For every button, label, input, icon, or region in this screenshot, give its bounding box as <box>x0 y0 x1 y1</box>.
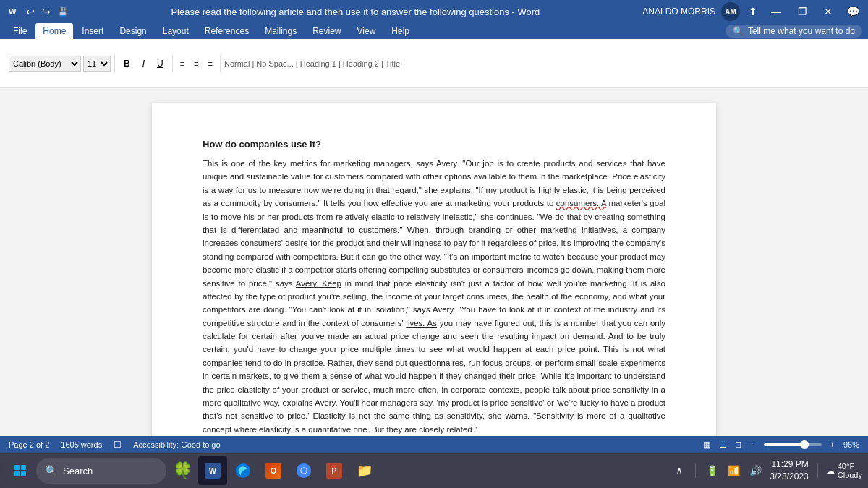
styles-label: Normal | No Spac... | Heading 1 | Headin… <box>224 59 400 68</box>
clock-time: 11:29 PM <box>770 458 808 471</box>
track-changes-icon: ☐ <box>114 440 122 450</box>
tab-design[interactable]: Design <box>112 23 153 39</box>
tab-view[interactable]: View <box>350 23 383 39</box>
taskbar-search-text: Search <box>63 466 93 476</box>
section1-paragraph: This is one of the key metrics for marke… <box>203 157 665 436</box>
align-left-button[interactable]: ≡ <box>176 57 188 70</box>
undo-redo-group: ↩ ↪ 💾 <box>23 4 68 19</box>
toolbar-divider-1 <box>114 55 115 72</box>
system-tray: ∧ 🔋 📶 🔊 11:29 PM 3/23/2023 ☁ 40°F Cloudy <box>671 458 862 483</box>
tab-insert[interactable]: Insert <box>75 23 111 39</box>
accessibility-status[interactable]: Accessibility: Good to go <box>133 440 220 449</box>
document-title: Please read the following article and th… <box>68 7 642 17</box>
tray-up-arrow[interactable]: ∧ <box>671 462 688 479</box>
tab-review[interactable]: Review <box>305 23 348 39</box>
font-size-selector[interactable]: 11 <box>83 56 111 72</box>
clock-date: 3/23/2023 <box>770 471 808 483</box>
underline-avery: Avery. Keep <box>296 279 341 288</box>
weather-widget[interactable]: ☁ 40°F Cloudy <box>827 462 862 479</box>
svg-point-3 <box>301 468 306 473</box>
start-button[interactable] <box>6 456 35 485</box>
minimize-button[interactable]: — <box>766 1 786 22</box>
taskbar-office-icon[interactable]: O <box>259 456 288 485</box>
underline-lives: lives. As <box>406 319 437 328</box>
toolbar-divider-2 <box>172 55 173 72</box>
align-center-button[interactable]: ≡ <box>190 57 202 70</box>
taskbar-powerpoint-icon[interactable]: P <box>320 456 349 485</box>
zoom-plus[interactable]: + <box>830 440 835 449</box>
zoom-minus[interactable]: − <box>750 440 754 449</box>
bold-button[interactable]: B <box>119 56 135 71</box>
edge-icon <box>235 463 251 479</box>
title-bar: W ↩ ↪ 💾 Please read the following articl… <box>0 0 868 23</box>
taskbar-search[interactable]: 🔍 Search <box>36 458 166 484</box>
tab-references[interactable]: References <box>197 23 256 39</box>
tray-battery-icon[interactable]: 🔋 <box>703 462 720 479</box>
align-right-button[interactable]: ≡ <box>205 57 216 70</box>
zoom-level[interactable]: 96% <box>843 440 859 449</box>
zoom-slider-thumb <box>800 440 809 449</box>
tab-file[interactable]: File <box>6 23 34 39</box>
autosave-indicator: 💾 <box>58 7 68 17</box>
share-icon[interactable]: ⬆ <box>746 3 760 20</box>
wavy-underline-1: consumers. A <box>556 199 606 207</box>
ribbon-search-icon: 🔍 <box>733 26 744 36</box>
tab-mailings[interactable]: Mailings <box>258 23 304 39</box>
taskbar-files-icon[interactable]: 📁 <box>350 456 379 485</box>
redo-button[interactable]: ↪ <box>39 4 54 19</box>
tab-home[interactable]: Home <box>35 23 73 39</box>
status-bar-right: ▦ ☰ ⊡ − + 96% <box>703 440 859 450</box>
taskbar-chrome-icon[interactable] <box>289 456 318 485</box>
taskbar-edge-icon[interactable] <box>229 456 258 485</box>
italic-button[interactable]: I <box>137 56 150 71</box>
close-button[interactable]: ✕ <box>818 1 838 22</box>
word-icon: W <box>6 6 19 17</box>
document-page: How do companies use it? This is one of … <box>152 103 716 436</box>
maximize-button[interactable]: ❐ <box>792 1 812 22</box>
zoom-slider-fill <box>764 443 804 446</box>
title-bar-controls: ANALDO MORRIS AM ⬆ — ❐ ✕ 💬 <box>642 1 862 22</box>
user-avatar[interactable]: AM <box>721 2 740 21</box>
taskbar: 🔍 Search 🍀 W O P 📁 ∧ 🔋 📶 🔊 <box>0 453 868 488</box>
tray-wifi-icon[interactable]: 📶 <box>725 462 742 479</box>
tab-help[interactable]: Help <box>384 23 417 39</box>
view-normal-icon[interactable]: ▦ <box>703 440 710 450</box>
toolbar-divider-3 <box>220 55 221 72</box>
formatting-toolbar: Calibri (Body) 11 B I U ≡ ≡ ≡ Normal | N… <box>0 39 868 88</box>
taskbar-nature-icon[interactable]: 🍀 <box>168 456 197 485</box>
font-family-selector[interactable]: Calibri (Body) <box>9 56 81 72</box>
tab-layout[interactable]: Layout <box>156 23 196 39</box>
weather-temp: 40°F <box>838 462 862 471</box>
tray-divider <box>695 463 696 478</box>
powerpoint-icon: P <box>326 463 342 479</box>
section1-heading: How do companies use it? <box>203 139 665 150</box>
tray-divider-2 <box>817 463 818 478</box>
document-area: How do companies use it? This is one of … <box>0 88 868 436</box>
underline-price: price. While <box>518 372 562 380</box>
zoom-slider[interactable] <box>764 443 822 446</box>
ribbon-tabs: File Home Insert Design Layout Reference… <box>0 23 868 39</box>
view-page-icon[interactable]: ⊡ <box>735 440 741 450</box>
word-count: 1605 words <box>61 440 102 449</box>
undo-button[interactable]: ↩ <box>23 4 38 19</box>
tray-icons: ∧ 🔋 📶 🔊 <box>671 462 764 479</box>
ribbon-search[interactable]: 🔍 Tell me what you want to do <box>726 25 862 38</box>
system-clock[interactable]: 11:29 PM 3/23/2023 <box>770 458 808 483</box>
view-list-icon[interactable]: ☰ <box>719 440 726 450</box>
user-name: ANALDO MORRIS <box>642 7 715 17</box>
underline-button[interactable]: U <box>152 56 169 71</box>
office-icon: O <box>265 463 281 479</box>
status-bar: Page 2 of 2 1605 words ☐ Accessibility: … <box>0 436 868 453</box>
word-taskbar-icon: W <box>205 463 221 479</box>
comments-icon[interactable]: 💬 <box>844 3 862 20</box>
taskbar-search-icon: 🔍 <box>45 465 57 476</box>
weather-condition: Cloudy <box>838 471 862 479</box>
page-info: Page 2 of 2 <box>9 440 49 449</box>
windows-logo <box>14 465 26 476</box>
tray-sound-icon[interactable]: 🔊 <box>746 462 764 479</box>
ribbon-search-text: Tell me what you want to do <box>748 26 855 36</box>
title-bar-left: W ↩ ↪ 💾 <box>6 4 68 19</box>
chrome-icon <box>296 463 312 479</box>
taskbar-app1-icon[interactable]: W <box>198 456 227 485</box>
weather-icon: ☁ <box>827 466 835 476</box>
